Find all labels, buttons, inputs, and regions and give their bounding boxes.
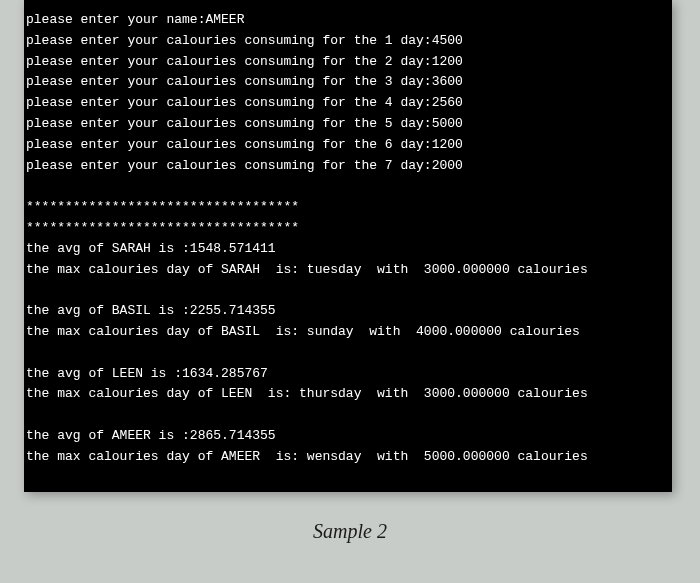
blank-line <box>26 176 670 197</box>
separator-line: *********************************** <box>26 197 670 218</box>
prompt-line: please enter your name:AMEER <box>26 10 670 31</box>
prompt-line: please enter your calouries consuming fo… <box>26 72 670 93</box>
result-max-line: the max calouries day of SARAH is: tuesd… <box>26 260 670 281</box>
blank-line <box>26 343 670 364</box>
prompt-line: please enter your calouries consuming fo… <box>26 52 670 73</box>
result-avg-line: the avg of BASIL is :2255.714355 <box>26 301 670 322</box>
prompt-line: please enter your calouries consuming fo… <box>26 156 670 177</box>
blank-line <box>26 280 670 301</box>
result-avg-line: the avg of LEEN is :1634.285767 <box>26 364 670 385</box>
result-max-line: the max calouries day of LEEN is: thursd… <box>26 384 670 405</box>
figure-caption: Sample 2 <box>0 520 700 543</box>
result-max-line: the max calouries day of BASIL is: sunda… <box>26 322 670 343</box>
blank-line <box>26 405 670 426</box>
terminal-output: please enter your name:AMEER please ente… <box>24 0 672 492</box>
result-avg-line: the avg of SARAH is :1548.571411 <box>26 239 670 260</box>
result-avg-line: the avg of AMEER is :2865.714355 <box>26 426 670 447</box>
prompt-line: please enter your calouries consuming fo… <box>26 135 670 156</box>
prompt-line: please enter your calouries consuming fo… <box>26 114 670 135</box>
result-max-line: the max calouries day of AMEER is: wensd… <box>26 447 670 468</box>
prompt-line: please enter your calouries consuming fo… <box>26 93 670 114</box>
separator-line: *********************************** <box>26 218 670 239</box>
prompt-line: please enter your calouries consuming fo… <box>26 31 670 52</box>
